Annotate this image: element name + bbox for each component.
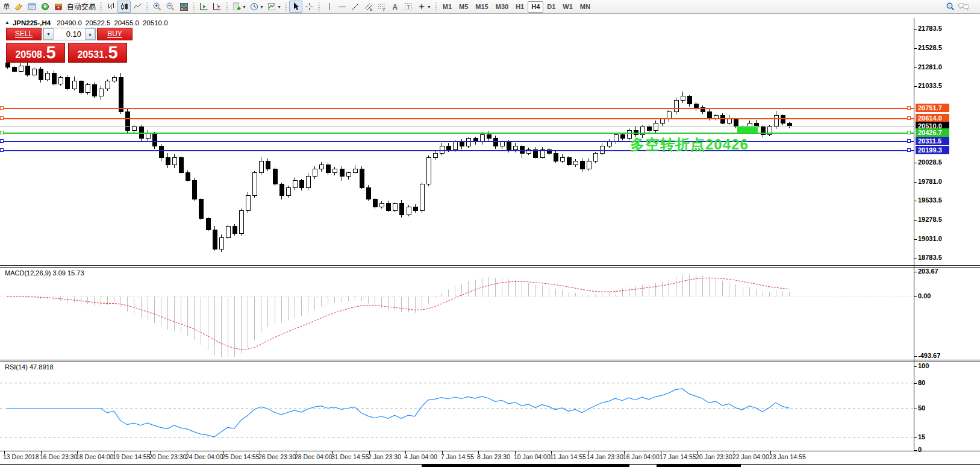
timeframe-button-m15[interactable]: M15 [472,1,492,13]
periods-button[interactable] [248,1,261,13]
horizontal-line-button[interactable] [336,1,349,13]
volume-stepper[interactable]: ▼ 0.10 ▲ [43,28,96,40]
terminal-icon[interactable] [25,1,39,13]
line-handle-left[interactable] [0,148,4,152]
sell-price-button[interactable]: 20508.5 [6,43,65,63]
templates-button-dropdown[interactable]: ▼ [277,5,281,9]
toolbar-group-grip[interactable] [285,2,287,11]
label-button[interactable]: T [402,1,415,13]
zoom-out-button[interactable] [164,1,177,13]
cursor-button[interactable] [289,1,302,13]
auto-scroll-button[interactable] [197,1,210,13]
clock-icon [249,2,259,11]
rsi-header: RSI(14) 47.8918 [5,363,54,371]
price-tick-label: 21783.5 [918,25,942,32]
line-handle-left[interactable] [0,139,4,143]
chat-icon [958,2,970,11]
line-handle-right[interactable] [907,106,911,110]
signal-icon[interactable] [39,1,52,13]
journal-icon[interactable] [12,1,25,13]
channel-button[interactable]: E [362,1,375,13]
toolbar-group-grip[interactable] [146,2,148,11]
autotrade-label: 自动交易 [65,2,98,12]
line-handle-right[interactable] [907,116,911,120]
volume-increase-button[interactable]: ▲ [85,28,95,40]
macd-tick-mark [914,356,917,357]
price-tick-mark [914,86,917,87]
line-handle-left[interactable] [0,131,4,134]
timeframe-button-mn[interactable]: MN [576,1,594,13]
time-tick-label: 16 Jan 04:00 [623,453,660,460]
candles-chart-button[interactable] [117,1,131,13]
arrows-button-dropdown[interactable]: ▼ [427,5,431,9]
search-icon [946,2,955,11]
line-handle-right[interactable] [907,131,911,134]
zoom-in-button[interactable] [151,1,164,13]
timeframe-button-w1[interactable]: W1 [559,1,576,13]
channel-icon: E [364,2,373,11]
timeframe-button-h4[interactable]: H4 [528,1,543,13]
candles-icon [119,2,129,11]
price-tick-label: 19781.0 [918,178,942,185]
toolbar-group-grip[interactable] [435,2,437,11]
autotrade-icon [54,2,63,11]
time-tick-label: 10 Jan 04:00 [514,453,551,460]
bars-chart-button[interactable] [104,1,117,13]
toolbar-group-grip[interactable] [193,2,195,11]
time-tick-label: 20 Dec 23:30 [149,453,186,460]
price-chart-canvas [0,14,980,467]
macd-main-value: 3.09 [52,269,65,277]
rsi-tick-label: 100 [918,362,929,369]
line-handle-right[interactable] [907,139,911,143]
tile-windows-button[interactable] [177,1,190,13]
svg-text:E: E [370,7,373,11]
line-chart-button[interactable] [131,1,144,13]
chart-shift-button[interactable] [210,1,223,13]
toolbar-group-grip[interactable] [226,2,228,11]
volume-decrease-button[interactable]: ▼ [43,28,54,40]
autotrade-icon[interactable] [52,1,65,13]
time-tick-label: 7 Jan 14:55 [441,453,474,460]
time-tick-label: 4 Jan 04:00 [404,453,437,460]
svg-text:F: F [383,8,385,12]
macd-title: MACD(12,26,9) [5,269,51,277]
price-tick-label: 19031.0 [918,235,942,242]
collapse-panel-icon[interactable]: ▲ [5,20,10,25]
rsi-pane-separator[interactable] [0,360,980,362]
macd-pane-separator[interactable] [0,265,980,268]
menu-char[interactable]: 单 [1,2,12,12]
arrows-button[interactable] [415,1,428,13]
trend-line-button[interactable] [349,1,362,13]
crosshair-button[interactable] [302,1,316,13]
fibonacci-button[interactable]: F [375,1,389,13]
buy-price-button[interactable]: 20531.5 [68,43,127,63]
templates-button[interactable] [265,1,278,13]
chart-title: ▲JPN225-,H420490.020522.520455.020510.0 [5,19,172,27]
search-button[interactable] [944,1,957,13]
new-order-button[interactable] [230,1,243,13]
periods-button-dropdown[interactable]: ▼ [260,5,264,9]
new-order-button-dropdown[interactable]: ▼ [242,5,246,9]
price-line-tag: 20311.5 [916,137,949,145]
sell-button[interactable]: SELL [6,28,42,40]
chat-button[interactable] [957,1,970,13]
line-handle-right[interactable] [907,148,911,152]
rsi-tick-mark [914,383,917,384]
toolbar-group-grip[interactable] [100,2,102,11]
time-tick-label: 28 Dec 04:00 [295,453,332,460]
line-handle-left[interactable] [0,116,4,120]
macd-header: MACD(12,26,9) 3.09 15.73 [5,269,84,277]
volume-value[interactable]: 0.10 [54,28,85,40]
timeframe-button-m1[interactable]: M1 [439,1,455,13]
toolbar-group-grip[interactable] [318,2,320,11]
buy-button[interactable]: BUY [97,28,133,40]
timeframe-button-h1[interactable]: H1 [512,1,528,13]
line-handle-left[interactable] [0,106,4,110]
timeframe-button-m30[interactable]: M30 [492,1,512,13]
vertical-line-button[interactable] [322,1,336,13]
timeframe-button-d1[interactable]: D1 [543,1,559,13]
text-button[interactable]: A [389,1,402,13]
timeframe-button-m5[interactable]: M5 [455,1,472,13]
texta-icon: A [390,2,400,11]
chart-window[interactable]: ▲JPN225-,H420490.020522.520455.020510.0 … [0,14,980,467]
